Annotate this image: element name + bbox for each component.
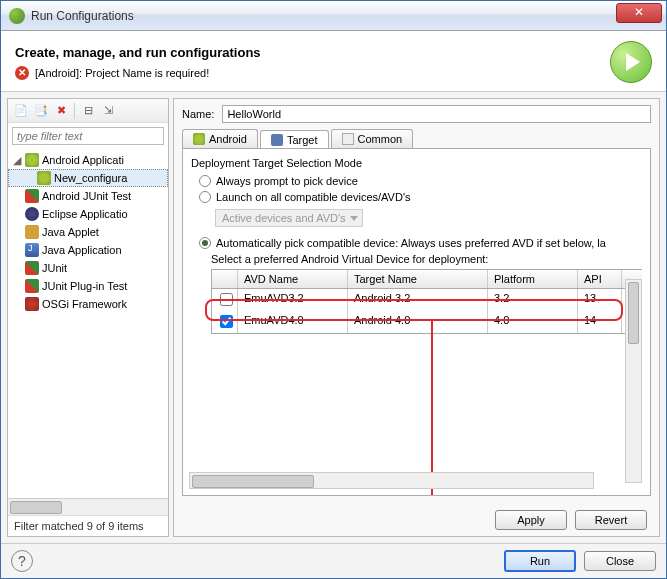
tree-item-android-app[interactable]: ◢Android Applicati (8, 151, 168, 169)
osgi-icon (25, 297, 39, 311)
col-platform[interactable]: Platform (488, 270, 578, 288)
tab-bar: Android Target Common (174, 129, 659, 148)
col-api[interactable]: API (578, 270, 622, 288)
name-input[interactable] (222, 105, 651, 123)
close-button[interactable]: Close (584, 551, 656, 571)
android-icon (25, 153, 39, 167)
h-scrollbar[interactable] (8, 498, 168, 515)
tree-item-new-config[interactable]: New_configura (8, 169, 168, 187)
avd-row[interactable]: EmuAVD3.2 Android 3.2 3.2 13 (212, 289, 642, 311)
filter-input[interactable] (12, 127, 164, 145)
android-icon (37, 171, 51, 185)
delete-icon[interactable]: ✖ (52, 102, 70, 120)
common-icon (342, 133, 354, 145)
avd-table-header: AVD Name Target Name Platform API (212, 270, 642, 289)
avd-select-label: Select a preferred Android Virtual Devic… (211, 253, 642, 265)
duplicate-icon[interactable]: 📑 (32, 102, 50, 120)
left-toolbar: 📄 📑 ✖ ⊟ ⇲ (8, 99, 168, 123)
col-avd-name[interactable]: AVD Name (238, 270, 348, 288)
filter-status: Filter matched 9 of 9 items (8, 515, 168, 536)
tab-common[interactable]: Common (331, 129, 414, 148)
tree-item-osgi[interactable]: OSGi Framework (8, 295, 168, 313)
radio-icon (199, 237, 211, 249)
col-target-name[interactable]: Target Name (348, 270, 488, 288)
eclipse-icon (25, 207, 39, 221)
java-icon (25, 243, 39, 257)
tree-item-eclipse-app[interactable]: Eclipse Applicatio (8, 205, 168, 223)
tree-item-java-applet[interactable]: Java Applet (8, 223, 168, 241)
radio-launch-all[interactable]: Launch on all compatible devices/AVD's (199, 191, 642, 203)
app-icon (9, 8, 25, 24)
run-big-icon (610, 41, 652, 83)
tab-target[interactable]: Target (260, 130, 329, 149)
page-title: Create, manage, and run configurations (15, 45, 610, 60)
android-icon (193, 133, 205, 145)
deploy-mode-label: Deployment Target Selection Mode (191, 157, 642, 169)
avd-table: AVD Name Target Name Platform API EmuAVD… (211, 269, 642, 334)
run-button[interactable]: Run (504, 550, 576, 572)
junit-icon (25, 279, 39, 293)
close-icon[interactable]: ✕ (616, 3, 662, 23)
applet-icon (25, 225, 39, 239)
radio-icon (199, 175, 211, 187)
avd-checkbox[interactable] (220, 315, 233, 328)
filter-icon[interactable]: ⇲ (99, 102, 117, 120)
apply-button[interactable]: Apply (495, 510, 567, 530)
avd-row[interactable]: EmuAVD4.0 Android 4.0 4.0 14 (212, 311, 642, 333)
devices-combo: Active devices and AVD's (215, 209, 363, 227)
tree-item-junit[interactable]: JUnit (8, 259, 168, 277)
header: Create, manage, and run configurations ✕… (1, 31, 666, 92)
run-config-window: Run Configurations ✕ Create, manage, and… (0, 0, 667, 579)
error-text: [Android]: Project Name is required! (35, 67, 209, 79)
footer: ? Run Close (1, 543, 666, 578)
tree-item-junit-plugin[interactable]: JUnit Plug-in Test (8, 277, 168, 295)
radio-icon (199, 191, 211, 203)
radio-auto[interactable]: Automatically pick compatible device: Al… (199, 237, 642, 249)
tree-item-android-junit[interactable]: Android JUnit Test (8, 187, 168, 205)
name-label: Name: (182, 108, 214, 120)
junit-icon (25, 189, 39, 203)
v-scrollbar[interactable] (625, 279, 642, 483)
help-icon[interactable]: ? (11, 550, 33, 572)
avd-checkbox[interactable] (220, 293, 233, 306)
radio-prompt[interactable]: Always prompt to pick device (199, 175, 642, 187)
annotation-arrow (431, 321, 433, 496)
h-scrollbar[interactable] (189, 472, 594, 489)
target-tab-content: Deployment Target Selection Mode Always … (182, 148, 651, 496)
junit-icon (25, 261, 39, 275)
tree-item-java-app[interactable]: Java Application (8, 241, 168, 259)
new-config-icon[interactable]: 📄 (12, 102, 30, 120)
right-panel: Name: Android Target Common Deployment T… (173, 98, 660, 537)
left-panel: 📄 📑 ✖ ⊟ ⇲ ◢Android Applicati New_configu… (7, 98, 169, 537)
revert-button[interactable]: Revert (575, 510, 647, 530)
error-icon: ✕ (15, 66, 29, 80)
config-tree[interactable]: ◢Android Applicati New_configura Android… (8, 149, 168, 498)
collapse-icon[interactable]: ⊟ (79, 102, 97, 120)
tab-android[interactable]: Android (182, 129, 258, 148)
target-icon (271, 134, 283, 146)
window-title: Run Configurations (31, 9, 616, 23)
titlebar[interactable]: Run Configurations ✕ (1, 1, 666, 31)
